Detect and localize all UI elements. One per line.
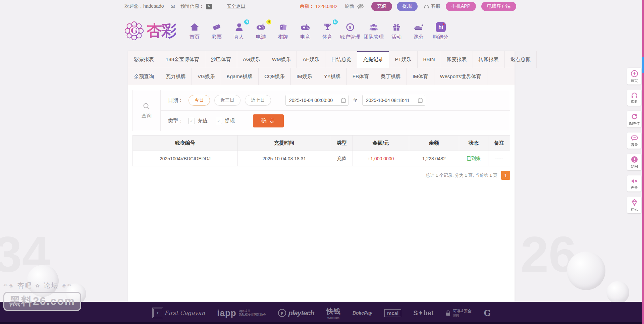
tab-wm[interactable]: WM娱乐 — [266, 51, 297, 68]
page-1-button[interactable]: 1 — [501, 171, 510, 180]
tab-ag[interactable]: AG娱乐 — [237, 51, 266, 68]
rail-item-chat[interactable]: 聊天 — [627, 132, 641, 149]
nav-item-egames[interactable]: H 电游 — [250, 21, 272, 40]
mobile-app-button[interactable]: 手机APP — [446, 2, 476, 11]
tab-lottery-report[interactable]: 彩票报表 — [128, 51, 160, 68]
flourish-icon: ༺❀ — [3, 283, 14, 289]
edit-pencil-icon[interactable]: ✎ — [206, 4, 212, 9]
tab-im-sports[interactable]: IM体育 — [407, 68, 434, 85]
date-filter-row: 日期： 今日 近三日 近七日 至 — [161, 90, 510, 111]
watermark-site-text: 黑料26.com — [3, 292, 81, 311]
home-icon — [190, 21, 200, 32]
logout-link[interactable]: 安全退出 — [227, 3, 246, 9]
balance-label: 余额： — [300, 3, 314, 9]
deposit-button[interactable]: 充值 — [371, 2, 392, 11]
decorative-ball — [567, 252, 605, 290]
hi-icon: hi — [436, 21, 446, 32]
footer-logo-sbet: S✦bet — [413, 309, 433, 317]
nav-item-sports[interactable]: N 体育 — [316, 21, 338, 40]
query-label: 查询 — [142, 113, 152, 119]
tab-kgame[interactable]: Kgame棋牌 — [221, 68, 259, 85]
confirm-button[interactable]: 确 定 — [253, 114, 284, 127]
tab-bbin[interactable]: BBIN — [418, 51, 441, 68]
tab-wali[interactable]: 瓦力棋牌 — [160, 68, 192, 85]
col-header-type: 类型 — [331, 136, 353, 151]
rail-item-service[interactable]: 客服 — [627, 90, 641, 106]
tab-deposit-withdraw-records[interactable]: 充提记录 — [357, 51, 389, 68]
quick-3days-button[interactable]: 近三日 — [214, 95, 240, 106]
footer-logo-playtech: p playtech — [278, 309, 314, 317]
nav-item-lottery[interactable]: 彩票 — [206, 21, 228, 40]
date-to-input[interactable] — [362, 95, 425, 106]
nav-item-esports[interactable]: 电竞 — [294, 21, 316, 40]
deposit-checkbox[interactable]: 充值 — [189, 118, 208, 124]
nav-item-account-management[interactable]: ¥ 账户管理 — [338, 21, 362, 40]
nav-item-team-management[interactable]: 团队管理 — [362, 21, 385, 40]
query-box: 查询 日期： 今日 近三日 近七日 至 类型： — [132, 90, 510, 131]
query-label-cell: 查询 — [133, 90, 161, 131]
tab-yy[interactable]: YY棋牌 — [318, 68, 347, 85]
rail-item-idle[interactable]: 挂机 — [627, 197, 641, 213]
nav-item-promotions[interactable]: 活动 — [385, 21, 408, 40]
checkbox-checked-icon — [189, 118, 195, 124]
rail-item-question[interactable]: 疑问 — [627, 154, 641, 170]
nav-item-hi-paofen[interactable]: hi 嗨跑分 — [430, 21, 452, 40]
site-logo[interactable]: G 杏彩 — [124, 20, 176, 41]
tab-cq9[interactable]: CQ9娱乐 — [259, 68, 291, 85]
withdraw-checkbox[interactable]: 提现 — [216, 118, 235, 124]
chat-bubble-icon — [631, 134, 638, 142]
tab-saba-sports[interactable]: 沙巴体育 — [205, 51, 237, 68]
footer-logo-mcai: mcai — [384, 309, 401, 317]
rail-item-sound[interactable]: 声音 — [627, 175, 641, 192]
cell-type: 充值 — [331, 151, 353, 166]
new-badge: N — [244, 19, 249, 24]
quick-7days-button[interactable]: 近七日 — [245, 95, 271, 106]
tab-vg[interactable]: VG娱乐 — [192, 68, 221, 85]
footer-logo-iapp: iapp iapp成员 隐私权专家国际协会 — [217, 308, 266, 318]
rhino-icon — [413, 21, 424, 32]
tab-wesports[interactable]: Wesports世界体育 — [434, 68, 487, 85]
withdraw-button[interactable]: 提现 — [397, 2, 418, 11]
tab-188-sports[interactable]: 188金宝博体育 — [160, 51, 205, 68]
date-from-input[interactable] — [285, 95, 348, 106]
svg-text:¥: ¥ — [349, 25, 352, 30]
pc-client-button[interactable]: 电脑客户端 — [481, 2, 516, 11]
service-label: 客服 — [431, 3, 440, 9]
customer-service-link[interactable]: 客服 — [424, 3, 440, 9]
tab-rebate-total[interactable]: 返点总额 — [505, 51, 537, 68]
tab-aoding[interactable]: 奥丁棋牌 — [375, 68, 407, 85]
rail-item-im-recharge[interactable]: IM充值 — [627, 111, 641, 127]
tab-account-change-report[interactable]: 账变报表 — [441, 51, 473, 68]
tab-ae[interactable]: AE娱乐 — [297, 51, 325, 68]
refresh-balance-button[interactable]: 刷新 — [345, 3, 354, 9]
pagination: 总计 1 个记录, 分为 1 页, 当前第 1 页 1 — [132, 171, 510, 180]
tab-im[interactable]: IM娱乐 — [291, 68, 318, 85]
cell-balance: 1,228.0482 — [409, 151, 459, 166]
tab-pt[interactable]: PT娱乐 — [389, 51, 417, 68]
scrollbar-thumb[interactable] — [642, 57, 644, 73]
nav-item-paofen[interactable]: 跑分 — [408, 21, 430, 40]
nav-item-boardgames[interactable]: 棋牌 — [272, 21, 294, 40]
reserved-info-label: 预留信息： — [180, 3, 204, 9]
watermark: ༺❀ 杏吧 ✿ 论坛 ❀༻ 黑料26.com — [3, 281, 81, 311]
checkbox-checked-icon — [216, 118, 222, 124]
col-header-balance: 余额 — [409, 136, 459, 151]
eye-off-icon[interactable] — [357, 3, 364, 9]
nav-item-home[interactable]: 首页 — [183, 21, 206, 40]
table-row: 20251004VBDCIDEDDJ 2025-10-04 08:18:31 充… — [133, 151, 510, 166]
cell-amount: +1,000.0000 — [353, 151, 409, 166]
col-header-note: 备注 — [488, 136, 510, 151]
envelope-icon[interactable]: ✉ — [171, 3, 175, 10]
tab-fb-sports[interactable]: FB体育 — [347, 68, 375, 85]
tab-transfer-report[interactable]: 转账报表 — [473, 51, 505, 68]
rail-item-home[interactable]: 首页 — [627, 68, 641, 85]
topbar: 欢迎您，hadesado ✉ 预留信息： ✎ 安全退出 余额： 1228.048… — [124, 0, 516, 13]
tab-row-1: 彩票报表 188金宝博体育 沙巴体育 AG娱乐 WM娱乐 AE娱乐 日结总览 充… — [128, 51, 515, 68]
tab-daily-summary[interactable]: 日结总览 — [325, 51, 357, 68]
date-range-to-label: 至 — [353, 97, 358, 104]
tab-balance-query[interactable]: 余额查询 — [128, 68, 160, 85]
quick-today-button[interactable]: 今日 — [189, 95, 210, 106]
decorative-ball — [606, 281, 629, 304]
cell-status: 已到账 — [459, 151, 488, 166]
nav-item-live[interactable]: N 真人 — [228, 21, 250, 40]
